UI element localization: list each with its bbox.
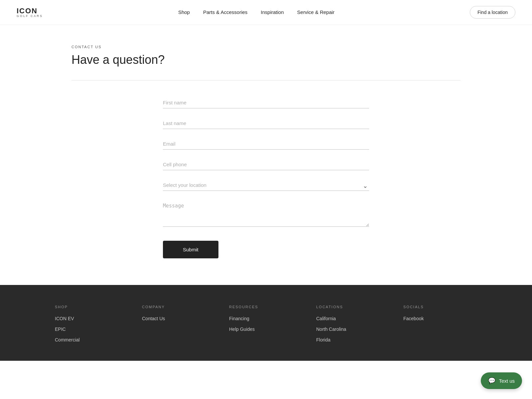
logo-name: ICON xyxy=(17,7,43,15)
list-item: North Carolina xyxy=(316,326,390,332)
footer-link-epic[interactable]: EPIC xyxy=(55,327,66,332)
footer: SHOP ICON EV EPIC Commercial COMPANY Con… xyxy=(0,285,532,361)
footer-resources-col: RESOURCES Financing Help Guides xyxy=(229,305,303,347)
page-title: Have a question? xyxy=(71,53,461,67)
list-item: ICON EV xyxy=(55,316,129,322)
list-item: California xyxy=(316,316,390,322)
footer-link-commercial[interactable]: Commercial xyxy=(55,337,80,342)
first-name-group xyxy=(163,97,369,108)
email-input[interactable] xyxy=(163,138,369,150)
footer-link-california[interactable]: California xyxy=(316,316,336,321)
message-textarea[interactable] xyxy=(163,200,369,227)
list-item: Help Guides xyxy=(229,326,303,332)
list-item: Facebook xyxy=(403,316,477,322)
footer-locations-links: California North Carolina Florida xyxy=(316,316,390,343)
nav-item-service[interactable]: Service & Repair xyxy=(297,9,335,15)
footer-link-florida[interactable]: Florida xyxy=(316,337,331,342)
footer-company-links: Contact Us xyxy=(142,316,216,322)
email-group xyxy=(163,138,369,150)
location-group: Select your location California North Ca… xyxy=(163,180,369,191)
main-content: CONTACT US Have a question? Select your … xyxy=(55,25,477,285)
cell-phone-input[interactable] xyxy=(163,159,369,170)
nav-links: Shop Parts & Accessories Inspiration Ser… xyxy=(178,9,334,15)
site-logo: ICON GOLF CARS xyxy=(17,7,43,18)
find-location-button[interactable]: Find a location xyxy=(470,6,515,19)
navbar: ICON GOLF CARS Shop Parts & Accessories … xyxy=(0,0,532,25)
section-label: CONTACT US xyxy=(71,45,461,49)
footer-shop-col: SHOP ICON EV EPIC Commercial xyxy=(55,305,129,347)
footer-link-facebook[interactable]: Facebook xyxy=(403,316,424,321)
footer-shop-links: ICON EV EPIC Commercial xyxy=(55,316,129,343)
footer-socials-heading: SOCIALS xyxy=(403,305,477,309)
contact-form: Select your location California North Ca… xyxy=(163,97,369,258)
list-item: Contact Us xyxy=(142,316,216,322)
footer-resources-links: Financing Help Guides xyxy=(229,316,303,332)
footer-shop-heading: SHOP xyxy=(55,305,129,309)
divider xyxy=(71,80,461,80)
footer-socials-links: Facebook xyxy=(403,316,477,322)
last-name-group xyxy=(163,118,369,129)
first-name-input[interactable] xyxy=(163,97,369,108)
footer-locations-heading: LOCATIONS xyxy=(316,305,390,309)
footer-link-financing[interactable]: Financing xyxy=(229,316,249,321)
footer-locations-col: LOCATIONS California North Carolina Flor… xyxy=(316,305,390,347)
footer-link-icon-ev[interactable]: ICON EV xyxy=(55,316,74,321)
footer-grid: SHOP ICON EV EPIC Commercial COMPANY Con… xyxy=(55,305,477,347)
nav-item-parts[interactable]: Parts & Accessories xyxy=(203,9,247,15)
submit-button[interactable]: Submit xyxy=(163,241,218,258)
footer-link-help-guides[interactable]: Help Guides xyxy=(229,327,255,332)
list-item: Commercial xyxy=(55,337,129,343)
location-select[interactable]: Select your location California North Ca… xyxy=(163,180,369,191)
logo-subtitle: GOLF CARS xyxy=(17,15,43,18)
message-group xyxy=(163,200,369,228)
footer-resources-heading: RESOURCES xyxy=(229,305,303,309)
list-item: EPIC xyxy=(55,326,129,332)
list-item: Financing xyxy=(229,316,303,322)
footer-company-col: COMPANY Contact Us xyxy=(142,305,216,347)
footer-socials-col: SOCIALS Facebook xyxy=(403,305,477,347)
last-name-input[interactable] xyxy=(163,118,369,129)
nav-item-shop[interactable]: Shop xyxy=(178,9,190,15)
nav-item-inspiration[interactable]: Inspiration xyxy=(261,9,284,15)
list-item: Florida xyxy=(316,337,390,343)
cell-phone-group xyxy=(163,159,369,170)
footer-link-north-carolina[interactable]: North Carolina xyxy=(316,327,346,332)
footer-company-heading: COMPANY xyxy=(142,305,216,309)
footer-link-contact[interactable]: Contact Us xyxy=(142,316,165,321)
